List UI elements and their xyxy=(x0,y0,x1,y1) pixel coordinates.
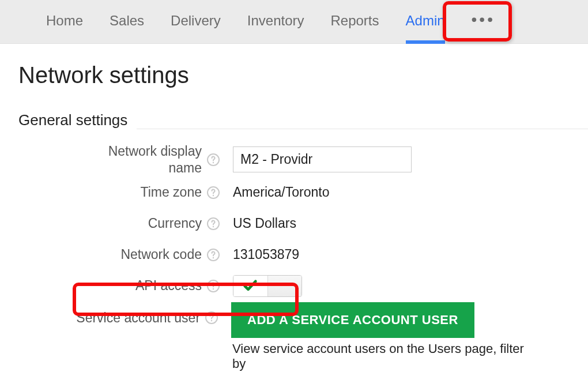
general-settings-form: Network display name Time zone America/T… xyxy=(18,143,537,371)
section-general-header: General settings xyxy=(18,111,588,143)
row-time-zone: Time zone America/Toronto xyxy=(76,178,537,208)
network-code-value: 131053879 xyxy=(233,247,299,262)
help-icon[interactable] xyxy=(206,217,220,231)
help-icon[interactable] xyxy=(206,186,220,200)
time-zone-label: Time zone xyxy=(140,185,202,201)
row-network-display-name: Network display name xyxy=(76,143,537,176)
tab-admin[interactable]: Admin xyxy=(406,0,445,44)
row-network-code: Network code 131053879 xyxy=(76,240,537,270)
api-access-label: API access xyxy=(135,278,202,294)
svg-point-1 xyxy=(213,162,214,163)
row-currency: Currency US Dollars xyxy=(76,209,537,239)
svg-point-5 xyxy=(213,225,214,227)
content-area: Network settings General settings Networ… xyxy=(0,44,588,371)
help-icon[interactable] xyxy=(206,248,220,262)
service-account-user-label: Service account user xyxy=(76,310,200,326)
currency-value: US Dollars xyxy=(233,216,296,231)
tab-home[interactable]: Home xyxy=(46,0,83,44)
tab-reports[interactable]: Reports xyxy=(330,0,379,44)
help-icon[interactable] xyxy=(206,279,220,293)
service-account-hint: View service account users on the Users … xyxy=(232,341,537,371)
svg-point-11 xyxy=(211,320,212,321)
currency-label: Currency xyxy=(148,216,202,232)
help-icon[interactable] xyxy=(206,153,220,167)
svg-point-9 xyxy=(213,288,214,289)
svg-point-3 xyxy=(213,194,214,195)
network-display-name-label: Network display name xyxy=(108,143,202,176)
row-service-account-user: Service account user ADD A SERVICE ACCOU… xyxy=(76,302,537,371)
top-tab-bar: Home Sales Delivery Inventory Reports Ad… xyxy=(0,0,588,44)
toggle-off-side xyxy=(267,276,301,296)
svg-point-7 xyxy=(213,257,214,258)
time-zone-value: America/Toronto xyxy=(233,185,329,200)
tab-sales[interactable]: Sales xyxy=(110,0,144,44)
section-divider xyxy=(137,129,588,129)
add-service-account-user-button[interactable]: ADD A SERVICE ACCOUNT USER xyxy=(231,302,474,338)
row-api-access: API access xyxy=(76,271,537,301)
tab-inventory[interactable]: Inventory xyxy=(247,0,304,44)
checkmark-icon xyxy=(233,276,267,296)
help-icon[interactable] xyxy=(205,311,218,325)
network-display-name-input[interactable] xyxy=(233,146,412,172)
tab-more[interactable]: ••• xyxy=(472,0,495,29)
tab-delivery[interactable]: Delivery xyxy=(171,0,221,44)
network-code-label: Network code xyxy=(120,247,202,263)
api-access-toggle[interactable] xyxy=(233,275,302,297)
page-title: Network settings xyxy=(18,62,588,88)
section-general-title: General settings xyxy=(18,111,127,129)
